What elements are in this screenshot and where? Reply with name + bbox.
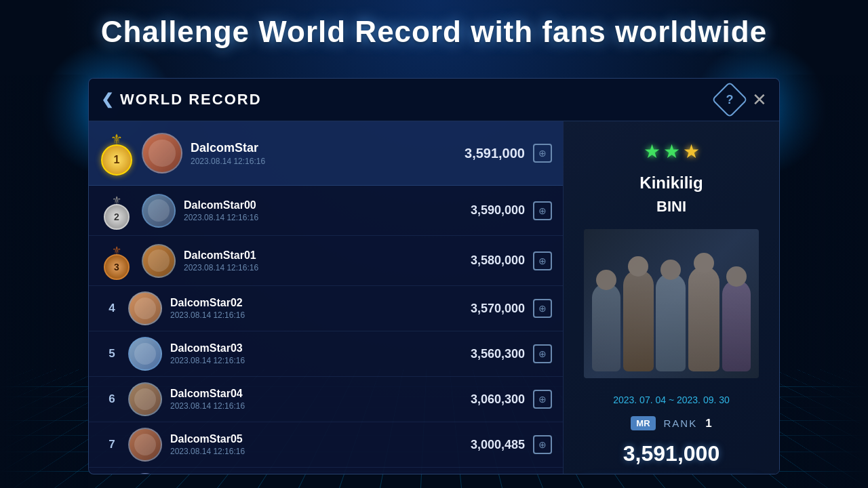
side-panel-left [0, 75, 88, 488]
score: 3,580,000 [471, 253, 525, 268]
score: 3,560,300 [471, 347, 525, 361]
rank-badge-2: ⚜ 2 [100, 191, 134, 230]
user-info: DalcomStar02 2023.08.14 12:16:16 [170, 297, 471, 320]
user-date: 2023.08.14 12:16:16 [184, 213, 471, 222]
table-row[interactable]: 7 DalcomStar05 2023.08.14 12:16:16 3,000… [89, 422, 563, 468]
world-record-modal: ❮ WORLD RECORD ? ✕ ⚜ 1 [88, 78, 780, 474]
move-icon[interactable]: ⊕ [533, 201, 552, 220]
rank-badge-3: ⚜ 3 [100, 241, 134, 280]
rank-label: RANK [664, 418, 698, 429]
rank-list-panel: ⚜ 1 DalcomStar 2023.08.14 12:16:16 3,591… [89, 121, 564, 474]
user-name: DalcomStar05 [170, 433, 471, 445]
avatar [128, 382, 162, 416]
avatar [142, 133, 182, 174]
rank-info-row: MR RANK 1 [631, 416, 711, 430]
move-icon[interactable]: ⊕ [533, 251, 552, 270]
star-3: ★ [683, 140, 700, 163]
user-date: 2023.08.14 12:16:16 [170, 356, 471, 365]
move-icon[interactable]: ⊕ [533, 299, 552, 318]
avatar [128, 291, 162, 325]
help-button[interactable]: ? [711, 81, 748, 118]
user-name: DalcomStar00 [184, 199, 471, 211]
song-artist: BINI [656, 198, 686, 216]
user-name: DalcomStar02 [170, 297, 471, 309]
avatar [142, 194, 176, 228]
rank-list[interactable]: ⚜ 1 DalcomStar 2023.08.14 12:16:16 3,591… [89, 121, 563, 474]
group-photo [584, 229, 758, 378]
user-info: DalcomStar03 2023.08.14 12:16:16 [170, 342, 471, 365]
modal-body: ⚜ 1 DalcomStar 2023.08.14 12:16:16 3,591… [89, 121, 779, 474]
close-button[interactable]: ✕ [752, 91, 767, 108]
user-info: DalcomStar 2023.08.14 12:16:16 [191, 141, 465, 166]
user-info: DalcomStar00 2023.08.14 12:16:16 [184, 199, 471, 222]
song-stars: ★ ★ ★ [644, 140, 700, 163]
avatar [128, 473, 162, 474]
table-row[interactable]: 8 DalcomStar06 2023.08.14 12:16:16 2,903… [89, 468, 563, 474]
gold-medal: 1 [101, 144, 132, 176]
star-2: ★ [663, 140, 680, 163]
rank-number: 6 [100, 392, 124, 406]
rank-number: 7 [100, 438, 124, 451]
table-row[interactable]: 5 DalcomStar03 2023.08.14 12:16:16 3,560… [89, 331, 563, 377]
user-name: DalcomStar01 [184, 249, 471, 262]
move-icon[interactable]: ⊕ [533, 390, 552, 409]
table-row[interactable]: ⚜ 2 DalcomStar00 2023.08.14 12:16:16 3,5… [89, 186, 563, 236]
table-row[interactable]: 6 DalcomStar04 2023.08.14 12:16:16 3,060… [89, 377, 563, 422]
avatar [128, 428, 162, 462]
avatar [142, 244, 176, 278]
table-row[interactable]: ⚜ 1 DalcomStar 2023.08.14 12:16:16 3,591… [89, 121, 563, 186]
user-info: DalcomStar05 2023.08.14 12:16:16 [170, 433, 471, 456]
info-content: ★ ★ ★ Kinikilig BINI 2023. 07. 04 ~ 2023… [574, 135, 768, 474]
score: 3,591,000 [465, 146, 525, 161]
user-date: 2023.08.14 12:16:16 [184, 263, 471, 272]
user-info: DalcomStar04 2023.08.14 12:16:16 [170, 388, 471, 411]
rank-value: 1 [705, 417, 711, 430]
user-name: DalcomStar [191, 141, 465, 155]
score: 3,060,300 [471, 392, 525, 407]
side-panel-right [780, 75, 868, 488]
score: 3,000,485 [471, 438, 525, 452]
table-row[interactable]: ⚜ 3 DalcomStar01 2023.08.14 12:16:16 3,5… [89, 236, 563, 286]
move-icon[interactable]: ⊕ [533, 344, 552, 363]
header-left: ❮ WORLD RECORD [101, 91, 262, 108]
user-name: DalcomStar03 [170, 342, 471, 354]
header-right: ? ✕ [717, 87, 767, 113]
score: 3,590,000 [471, 203, 525, 218]
rank-number: 5 [100, 347, 124, 361]
user-name: DalcomStar04 [170, 388, 471, 400]
move-icon[interactable]: ⊕ [533, 435, 552, 454]
date-range: 2023. 07. 04 ~ 2023. 09. 30 [613, 394, 730, 405]
user-date: 2023.08.14 12:16:16 [170, 310, 471, 320]
rank-badge-1: ⚜ 1 [100, 131, 134, 176]
page-title: Challenge World Record with fans worldwi… [0, 15, 868, 49]
modal-header: ❮ WORLD RECORD ? ✕ [89, 79, 779, 121]
user-info: DalcomStar01 2023.08.14 12:16:16 [184, 249, 471, 272]
star-1: ★ [644, 140, 660, 163]
score: 3,570,000 [471, 302, 525, 316]
avatar [128, 337, 162, 371]
user-date: 2023.08.14 12:16:16 [191, 157, 465, 166]
user-date: 2023.08.14 12:16:16 [170, 401, 471, 411]
move-icon[interactable]: ⊕ [533, 144, 552, 163]
mr-badge: MR [631, 416, 655, 430]
user-date: 2023.08.14 12:16:16 [170, 447, 471, 456]
my-score: 3,591,000 [623, 441, 719, 466]
table-row[interactable]: 4 DalcomStar02 2023.08.14 12:16:16 3,570… [89, 286, 563, 331]
song-title: Kinikilig [639, 174, 703, 192]
modal-title: WORLD RECORD [120, 91, 262, 108]
back-button[interactable]: ❮ [101, 91, 113, 108]
info-panel: ★ ★ ★ Kinikilig BINI 2023. 07. 04 ~ 2023… [564, 121, 779, 474]
rank-number: 4 [100, 302, 124, 315]
